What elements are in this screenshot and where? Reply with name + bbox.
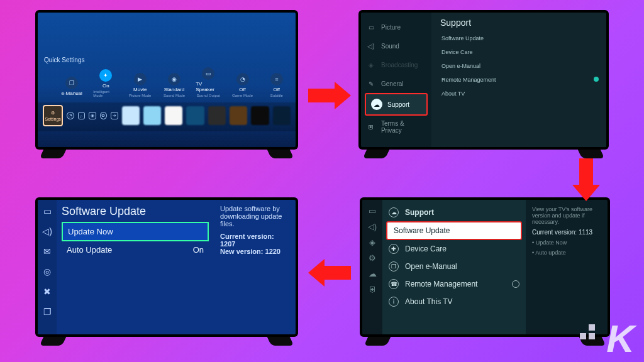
gear-icon: ⚙: [51, 111, 55, 116]
support-pane: Support Software Update Device Care Open…: [431, 13, 606, 147]
voice-icon[interactable]: ◉: [89, 112, 96, 119]
current-version: Current version: 1113: [532, 229, 601, 236]
remote-icon: ☎: [389, 279, 399, 289]
quick-setting-picture-mode[interactable]: ▶ Movie Picture Mode: [128, 73, 153, 97]
app-tile[interactable]: [208, 106, 226, 125]
search-icon[interactable]: ⌕: [78, 112, 85, 119]
icon-rail: ▭ ◁) ✉ ◎ ✖ ❐: [38, 200, 57, 334]
support-icon[interactable]: ❐: [43, 307, 52, 317]
app-tile[interactable]: [165, 106, 182, 125]
menu-item-about-tv[interactable]: i About This TV: [382, 293, 526, 310]
game-mode-icon: ◔: [236, 73, 249, 85]
watermark-dots: [571, 324, 595, 339]
quick-setting-sound-mode[interactable]: ◉ Standard Sound Mode: [162, 73, 187, 97]
sound-icon[interactable]: ◁): [42, 226, 52, 236]
intelligent-mode-icon: ✦: [99, 69, 112, 82]
sound-icon: ◁): [366, 41, 376, 51]
source-bar: ⚙ Settings ◔ ⌕ ◉ ✿ ➔: [38, 102, 296, 131]
detail-panel: View your TV's software version and upda…: [526, 200, 608, 334]
settings-button[interactable]: ⚙ Settings: [43, 105, 63, 126]
shield-icon: ⛨: [366, 122, 376, 132]
device-care-icon: ✚: [389, 244, 399, 254]
step-arrow-down: [572, 158, 600, 201]
network-icon[interactable]: ◎: [43, 266, 51, 277]
step-arrow-left: [308, 259, 351, 287]
broadcast-icon[interactable]: ◈: [369, 238, 375, 247]
app-tile[interactable]: [143, 106, 161, 125]
quick-setting-game-mode[interactable]: ◔ Off Game Mode: [230, 73, 255, 97]
terms-icon[interactable]: ⛨: [369, 285, 377, 294]
subtitle-icon: ≡: [270, 73, 283, 85]
app-tile[interactable]: [230, 106, 247, 125]
app-tile[interactable]: [186, 106, 204, 125]
wrench-icon: ✎: [366, 79, 376, 89]
tv-home-screen: Quick Settings ❐ e-Manual ✦ On Intellige…: [35, 10, 298, 150]
info-icon: i: [389, 297, 399, 307]
sidebar-item-terms[interactable]: ⛨ Terms & Privacy: [361, 116, 431, 138]
info-panel: Update software by downloading update fi…: [215, 200, 296, 334]
app-tile[interactable]: [273, 106, 291, 125]
cloud-icon: ☁: [389, 207, 399, 217]
menu-item-remote-management[interactable]: ☎ Remote Management: [382, 275, 526, 293]
row-update-now[interactable]: Update Now: [62, 222, 209, 241]
step-arrow-right: [308, 82, 351, 109]
menu-item-software-update[interactable]: Software Update: [386, 221, 522, 240]
book-icon: ❐: [65, 77, 78, 89]
sidebar-item-broadcasting[interactable]: ◈ Broadcasting: [361, 55, 431, 74]
settings-sidebar: ▭ Picture ◁) Sound ◈ Broadcasting ✎ Gene…: [361, 13, 431, 147]
row-auto-update[interactable]: Auto Update On: [62, 241, 209, 258]
menu-header-support: ☁ Support: [382, 204, 526, 221]
support-menu: ☁ Support Software Update ✚ Device Care …: [382, 200, 526, 334]
page-title: Software Update: [62, 205, 209, 218]
pane-item-device-care[interactable]: Device Care: [440, 45, 600, 59]
detail-bullet: • Auto update: [532, 250, 601, 256]
pane-item-about-tv[interactable]: About TV: [440, 87, 600, 101]
sidebar-item-support[interactable]: ☁ Support: [365, 93, 428, 116]
sound-icon[interactable]: ◁): [368, 222, 377, 231]
picture-icon[interactable]: ▭: [369, 206, 376, 216]
tv-settings-screen: ▭ Picture ◁) Sound ◈ Broadcasting ✎ Gene…: [358, 10, 609, 150]
source-icon[interactable]: ➔: [111, 112, 118, 119]
pane-item-remote-management[interactable]: Remote Management: [440, 73, 600, 87]
pane-item-emanual[interactable]: Open e-Manual: [440, 59, 600, 73]
notification-icon[interactable]: ◔: [67, 112, 74, 119]
app-tile[interactable]: [122, 106, 140, 125]
speaker-icon: ▭: [202, 67, 214, 80]
app-tile[interactable]: [251, 106, 269, 125]
sound-mode-icon: ◉: [168, 73, 180, 85]
quick-settings-label: Quick Settings: [44, 57, 296, 63]
sidebar-item-general[interactable]: ✎ General: [361, 74, 431, 93]
general-icon[interactable]: ⚙: [369, 253, 376, 263]
detail-description: View your TV's software version and upda…: [532, 206, 601, 225]
broadcast-icon[interactable]: ✉: [43, 246, 51, 256]
tv-software-update-screen: ▭ ◁) ✉ ◎ ✖ ❐ Software Update Update Now …: [35, 197, 298, 337]
menu-item-device-care[interactable]: ✚ Device Care: [382, 240, 526, 258]
current-version: Current version: 1207: [220, 233, 289, 248]
quick-setting-subtitle[interactable]: ≡ Off Subtitle: [264, 73, 289, 97]
pane-item-software-update[interactable]: Software Update: [440, 31, 600, 45]
detail-bullet: • Update Now: [532, 239, 601, 246]
quick-settings-row: ❐ e-Manual ✦ On Intelligent Mode ▶ Movie…: [38, 66, 296, 102]
menu-item-emanual[interactable]: ❐ Open e-Manual: [382, 258, 526, 275]
cloud-icon: ☁: [371, 99, 382, 110]
new-version: New version: 1220: [220, 248, 289, 255]
pane-title: Support: [440, 18, 600, 28]
book-icon: ❐: [389, 261, 399, 272]
toggle-on-icon: [594, 77, 599, 82]
support-icon[interactable]: ☁: [369, 269, 377, 278]
quick-setting-sound-output[interactable]: ▭ TV Speaker Sound Output: [196, 67, 221, 97]
tv-support-submenu: ▭ ◁) ◈ ⚙ ☁ ⛨ ☁ Support Software Update ✚…: [360, 197, 610, 337]
main-panel: Software Update Update Now Auto Update O…: [57, 200, 215, 334]
toggle-icon: [512, 280, 519, 288]
picture-icon[interactable]: ▭: [43, 206, 52, 216]
quick-setting-emanual[interactable]: ❐ e-Manual: [59, 77, 84, 97]
picture-icon: ▭: [366, 22, 376, 32]
ambient-icon[interactable]: ✿: [100, 112, 107, 119]
broadcast-icon: ◈: [366, 60, 376, 70]
sidebar-item-sound[interactable]: ◁) Sound: [361, 36, 431, 55]
watermark-k-icon: K: [606, 319, 633, 358]
system-icon[interactable]: ✖: [43, 287, 51, 297]
play-icon: ▶: [134, 73, 147, 85]
sidebar-item-picture[interactable]: ▭ Picture: [361, 18, 431, 36]
quick-setting-intelligent-mode[interactable]: ✦ On Intelligent Mode: [93, 69, 118, 97]
